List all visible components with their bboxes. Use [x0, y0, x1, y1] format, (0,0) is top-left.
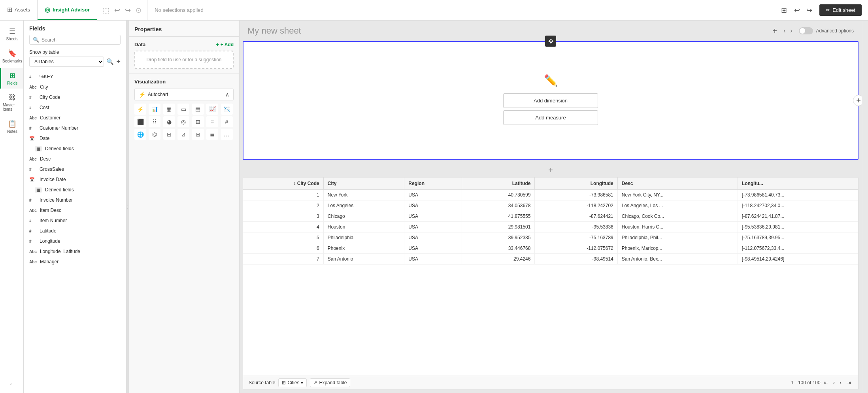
sidebar-item-fields[interactable]: ⊞ Fields: [0, 68, 23, 89]
circle-arrow-icon[interactable]: ⊙: [136, 6, 142, 15]
chart-box-icon[interactable]: ▭: [177, 104, 189, 115]
add-table-icon[interactable]: +: [116, 58, 121, 66]
chart-straight-table-icon[interactable]: ≡: [206, 116, 218, 127]
chart-bar-icon[interactable]: 📊: [149, 104, 160, 115]
field-name: Invoice Number: [40, 197, 73, 203]
expand-table-button[interactable]: ↗ Expand table: [310, 378, 350, 387]
chart-combo-icon[interactable]: ⬛: [134, 116, 146, 127]
sidebar-item-master-items[interactable]: ⛓ Master items: [0, 90, 23, 115]
chart-area-icon[interactable]: 📉: [221, 104, 233, 115]
add-measure-button[interactable]: Add measure: [503, 110, 598, 125]
chart-bullet-icon[interactable]: ≣: [206, 129, 218, 140]
add-sheet-button[interactable]: +: [772, 26, 777, 36]
add-field-button[interactable]: + + Add: [216, 42, 234, 47]
undo-button[interactable]: ↩: [792, 4, 802, 16]
right-scroll-area: [862, 21, 868, 393]
col-city-code[interactable]: ↕ City Code: [243, 178, 323, 190]
chart-pivot-icon[interactable]: ⊞: [192, 116, 204, 127]
chart-grouped-icon[interactable]: ▦: [163, 104, 175, 115]
search-input[interactable]: [42, 37, 117, 43]
chart-funnel-icon[interactable]: ⊿: [177, 129, 189, 140]
table-row[interactable]: 7 San Antonio USA 29.4246 -98.49514 San …: [243, 254, 858, 265]
toggle-switch[interactable]: [799, 27, 813, 34]
chart-network-icon[interactable]: ⌬: [149, 129, 160, 140]
table-row[interactable]: 2 Los Angeles USA 34.053678 -118.242702 …: [243, 200, 858, 211]
col-latitude[interactable]: Latitude: [462, 178, 535, 190]
redo-button[interactable]: ↪: [804, 4, 815, 16]
fields-search-box[interactable]: 🔍: [29, 35, 121, 45]
field-item[interactable]: AbcManager: [24, 257, 126, 267]
chart-pie-icon[interactable]: ◕: [163, 116, 175, 127]
sidebar-item-sheets[interactable]: ☰ Sheets: [0, 24, 23, 44]
field-item[interactable]: 📅Date: [24, 133, 126, 144]
table-row[interactable]: 5 Philadelphia USA 39.952335 -75.163789 …: [243, 232, 858, 243]
field-item[interactable]: #City Code: [24, 92, 126, 102]
col-longitude[interactable]: Longitude: [535, 178, 617, 190]
col-city[interactable]: City: [323, 178, 404, 190]
chart-scatter-icon[interactable]: ⠿: [149, 116, 160, 127]
grid-layout-icon[interactable]: ⊞: [781, 6, 787, 15]
field-item[interactable]: #GrossSales: [24, 164, 126, 174]
field-item[interactable]: #%KEY: [24, 72, 126, 82]
table-row[interactable]: 4 Houston USA 29.981501 -95.53836 Housto…: [243, 222, 858, 232]
chart-map-icon[interactable]: 🌐: [134, 129, 146, 140]
field-item[interactable]: 📅Invoice Date: [24, 174, 126, 185]
col-desc[interactable]: Desc: [617, 178, 738, 190]
search-table-icon[interactable]: 🔍: [106, 58, 114, 65]
tab-insight-advisor[interactable]: ◎ Insight Advisor: [38, 0, 97, 20]
tab-assets[interactable]: ⊞ Assets: [0, 0, 38, 20]
add-dimension-button[interactable]: Add dimension: [503, 93, 598, 108]
field-item[interactable]: #Customer Number: [24, 123, 126, 133]
field-item[interactable]: AbcCity: [24, 82, 126, 92]
field-item[interactable]: AbcItem Desc: [24, 205, 126, 215]
undo-icon[interactable]: ↩: [114, 6, 120, 15]
field-item[interactable]: AbcDesc: [24, 154, 126, 164]
prev-sheet-button[interactable]: ‹: [782, 26, 787, 36]
chart-kpi-icon[interactable]: #: [221, 116, 233, 127]
field-item[interactable]: #Longitude: [24, 236, 126, 246]
next-page-button[interactable]: ›: [838, 379, 843, 387]
advanced-options-toggle[interactable]: Advanced options: [799, 27, 854, 34]
field-name: Latitude: [40, 228, 57, 234]
field-item[interactable]: #Item Number: [24, 215, 126, 226]
add-row-button[interactable]: +: [240, 163, 862, 177]
sidebar-item-bookmarks[interactable]: 🔖 Bookmarks: [0, 46, 23, 66]
edit-sheet-button[interactable]: ✏ Edit sheet: [819, 4, 862, 16]
table-select-dropdown[interactable]: All tables: [29, 57, 104, 67]
table-row[interactable]: 3 Chicago USA 41.875555 -87.624421 Chica…: [243, 211, 858, 222]
table-scroll-area[interactable]: ↕ City Code City Region Latitude Longitu…: [243, 178, 858, 376]
chart-treemap-icon[interactable]: ⊟: [163, 129, 175, 140]
col-region[interactable]: Region: [404, 178, 462, 190]
col-longitu[interactable]: Longitu...: [738, 178, 858, 190]
table-row[interactable]: 1 New York USA 40.730599 -73.986581 New …: [243, 190, 858, 200]
table-row[interactable]: 6 Phoenix USA 33.446768 -112.075672 Phoe…: [243, 243, 858, 254]
field-item[interactable]: #Latitude: [24, 226, 126, 236]
prev-page-button[interactable]: ‹: [832, 379, 837, 387]
chart-line-icon[interactable]: 📈: [206, 104, 218, 115]
field-item[interactable]: AbcCustomer: [24, 113, 126, 123]
chart-waterfall-icon[interactable]: ▤: [192, 104, 204, 115]
field-item[interactable]: ▦Derived fields: [24, 185, 126, 195]
field-type-icon: Abc: [29, 85, 37, 89]
move-handle[interactable]: ✥: [545, 36, 556, 47]
chart-mekko-icon[interactable]: ⊞: [192, 129, 204, 140]
chart-more-icon[interactable]: …: [221, 129, 233, 140]
field-item[interactable]: ▦Derived fields: [24, 144, 126, 154]
last-page-button[interactable]: ⇥: [845, 379, 853, 387]
cell-longitu: [-95.53836,29.981...: [738, 222, 858, 232]
sidebar-item-notes[interactable]: 📋 Notes: [0, 116, 23, 137]
field-item[interactable]: AbcLongitude_Latitude: [24, 246, 126, 257]
field-item[interactable]: #Cost: [24, 102, 126, 113]
next-sheet-button[interactable]: ›: [789, 26, 794, 36]
selection-lasso-icon[interactable]: ⬚: [103, 6, 109, 15]
chart-add-right-button[interactable]: +: [853, 95, 862, 106]
redo-icon[interactable]: ↪: [125, 6, 131, 15]
field-item[interactable]: #Invoice Number: [24, 195, 126, 205]
source-table-select[interactable]: ⊞ Cities ▾: [278, 378, 307, 387]
drop-zone[interactable]: Drop field to use or for a suggestion: [134, 51, 234, 69]
sidebar-collapse-button[interactable]: ←: [0, 377, 23, 393]
autochart-collapse-icon[interactable]: ∧: [225, 91, 229, 98]
first-page-button[interactable]: ⇤: [822, 379, 830, 387]
chart-donut-icon[interactable]: ◎: [177, 116, 189, 127]
chart-auto-icon[interactable]: ⚡: [134, 104, 146, 115]
